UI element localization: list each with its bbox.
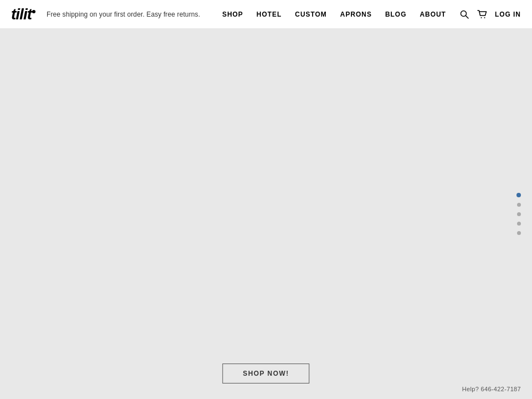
header: tilit Free shipping on your first order.… (0, 0, 532, 29)
nav-item-hotel[interactable]: HOTEL (257, 11, 282, 18)
main-nav: SHOP HOTEL CUSTOM APRONS BLOG ABOUT (222, 9, 521, 19)
slide-dot-2[interactable] (517, 203, 521, 207)
svg-point-3 (484, 17, 485, 18)
svg-point-2 (480, 17, 482, 18)
nav-item-custom[interactable]: CUSTOM (295, 11, 327, 18)
cart-icon[interactable] (477, 9, 487, 19)
logo-dot (32, 10, 35, 13)
nav-item-shop[interactable]: SHOP (222, 11, 243, 18)
slide-dots (516, 193, 521, 235)
main-content: SHOP NOW! Help? 646-422-7187 (0, 29, 532, 399)
nav-item-blog[interactable]: BLOG (385, 11, 407, 18)
header-left: tilit Free shipping on your first order.… (11, 7, 200, 22)
slide-dot-5[interactable] (517, 231, 521, 235)
nav-item-about[interactable]: ABOUT (420, 11, 446, 18)
slide-dot-1[interactable] (516, 193, 521, 197)
svg-line-1 (466, 16, 468, 18)
nav-icons: LOG IN (459, 9, 521, 19)
nav-item-aprons[interactable]: APRONS (340, 11, 372, 18)
tagline: Free shipping on your first order. Easy … (47, 11, 200, 18)
search-icon[interactable] (459, 9, 469, 19)
shop-now-button[interactable]: SHOP NOW! (222, 364, 309, 383)
shop-now-container: SHOP NOW! (222, 364, 309, 383)
nav-item-login[interactable]: LOG IN (495, 11, 521, 18)
logo-text: tilit (11, 6, 32, 23)
slide-dot-4[interactable] (517, 222, 521, 226)
logo[interactable]: tilit (11, 7, 35, 22)
help-text: Help? 646-422-7187 (462, 386, 521, 392)
slide-dot-3[interactable] (517, 212, 521, 216)
